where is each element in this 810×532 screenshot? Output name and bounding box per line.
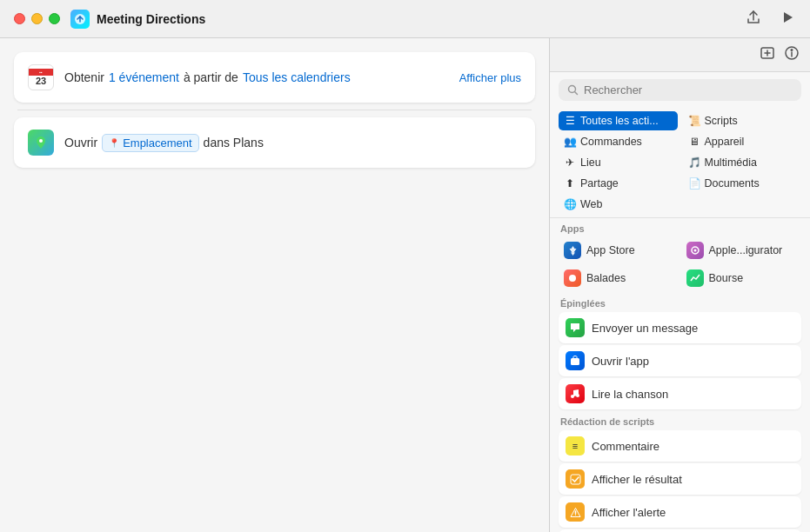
share-button[interactable]	[744, 8, 763, 30]
search-icon	[567, 84, 579, 96]
pinned-section-label: Épinglées	[559, 298, 801, 309]
open-app-icon	[566, 351, 585, 370]
balades-label: Balades	[586, 272, 626, 284]
action-card-1-text: Obtenir 1 événement à partir de Tous les…	[64, 70, 449, 84]
afficher-resultat-label: Afficher le résultat	[592, 473, 682, 486]
cat-lieu[interactable]: ✈ Lieu	[559, 153, 678, 172]
multimedia-icon: 🎵	[688, 156, 700, 169]
partage-icon: ⬆	[564, 177, 576, 190]
cat-multimedia[interactable]: 🎵 Multimédia	[683, 153, 802, 172]
script-item-afficher-resultat[interactable]: Afficher le résultat	[559, 463, 801, 495]
svg-point-5	[791, 50, 793, 51]
svg-point-14	[574, 514, 575, 515]
pinned-item-lire-chanson[interactable]: Lire la chanson	[559, 378, 801, 409]
cat-partage[interactable]: ⬆ Partage	[559, 174, 678, 193]
scripts-icon: 📜	[688, 115, 700, 127]
show-more-link[interactable]: Afficher plus	[459, 71, 521, 84]
alerte-icon	[566, 502, 585, 522]
configurator-icon	[686, 242, 704, 259]
divider	[17, 110, 532, 110]
commandes-icon: 👥	[564, 136, 576, 148]
lire-chanson-label: Lire la chanson	[592, 388, 668, 401]
script-item-commentaire[interactable]: ≡ Commentaire	[559, 430, 801, 462]
action-card-1[interactable]: ▪▪ 23 Obtenir 1 événement à partir de To…	[14, 52, 535, 103]
main-content: ▪▪ 23 Obtenir 1 événement à partir de To…	[0, 38, 810, 532]
app-icon	[70, 10, 90, 29]
title-bar: Meeting Directions	[0, 0, 810, 38]
window-title: Meeting Directions	[97, 12, 205, 26]
lieu-icon: ✈	[564, 156, 576, 169]
message-icon	[566, 318, 585, 337]
app-item-balades[interactable]: Balades	[559, 265, 679, 291]
apps-grid: App Store Apple...igurator	[559, 237, 801, 291]
svg-marker-1	[784, 12, 793, 23]
svg-point-9	[569, 275, 576, 282]
music-icon	[566, 384, 585, 403]
svg-point-12	[576, 394, 579, 397]
app-store-label: App Store	[586, 244, 635, 256]
right-panel-header	[550, 38, 810, 72]
app-title-area: Meeting Directions	[70, 10, 733, 29]
action-card-2[interactable]: Ouvrir 📍 Emplacement dans Plans	[14, 117, 535, 168]
location-chip: 📍 Emplacement	[102, 134, 198, 152]
afficher-alerte-label: Afficher l'alerte	[592, 506, 666, 519]
documents-icon: 📄	[688, 177, 700, 190]
left-panel: ▪▪ 23 Obtenir 1 événement à partir de To…	[0, 38, 549, 532]
search-input[interactable]	[584, 83, 793, 96]
section-scroll: Apps App Store	[550, 218, 810, 532]
action-card-2-text: Ouvrir 📍 Emplacement dans Plans	[64, 134, 521, 152]
location-chip-icon: 📍	[109, 138, 119, 148]
svg-point-2	[39, 139, 43, 143]
maps-icon	[28, 130, 54, 156]
apps-section: Apps App Store	[550, 218, 810, 293]
pinned-item-ouvrir-app[interactable]: Ouvrir l'app	[559, 345, 801, 376]
traffic-lights	[14, 13, 60, 24]
svg-point-8	[693, 249, 696, 252]
right-panel: ☰ Toutes les acti... 📜 Scripts 👥 Command…	[549, 38, 810, 532]
cat-appareil[interactable]: 🖥 Appareil	[683, 132, 802, 151]
search-bar	[550, 72, 810, 108]
script-section: Rédaction de scripts ≡ Commentaire	[550, 411, 810, 532]
svg-point-11	[571, 395, 574, 398]
app-item-configurator[interactable]: Apple...igurator	[681, 237, 802, 263]
apps-section-label: Apps	[559, 223, 801, 234]
cat-web[interactable]: 🌐 Web	[559, 195, 678, 214]
maximize-button[interactable]	[49, 13, 60, 24]
add-action-button[interactable]	[760, 45, 775, 64]
result-icon	[566, 469, 585, 489]
cat-toutes[interactable]: ☰ Toutes les acti...	[559, 111, 678, 130]
cat-scripts[interactable]: 📜 Scripts	[683, 111, 802, 130]
script-item-afficher-alerte[interactable]: Afficher l'alerte	[559, 496, 801, 528]
minimize-button[interactable]	[31, 13, 43, 24]
title-actions	[744, 8, 796, 30]
app-item-app-store[interactable]: App Store	[559, 237, 679, 263]
pinned-list: Envoyer un message Ouvrir l'app	[559, 312, 801, 409]
script-list: ≡ Commentaire Afficher le résultat	[559, 430, 801, 532]
pinned-section: Épinglées Envoyer un message	[550, 293, 810, 411]
script-section-label: Rédaction de scripts	[559, 416, 801, 427]
web-icon: 🌐	[564, 198, 576, 210]
ouvrir-app-label: Ouvrir l'app	[592, 355, 649, 368]
appareil-icon: 🖥	[688, 136, 700, 148]
app-item-bourse[interactable]: Bourse	[681, 265, 802, 291]
pinned-item-envoyer-message[interactable]: Envoyer un message	[559, 312, 801, 343]
bourse-icon	[686, 269, 704, 287]
envoyer-message-label: Envoyer un message	[592, 322, 698, 335]
info-button[interactable]	[784, 45, 800, 64]
category-nav: ☰ Toutes les acti... 📜 Scripts 👥 Command…	[550, 108, 810, 218]
cat-documents[interactable]: 📄 Documents	[683, 174, 802, 193]
list-icon: ☰	[564, 115, 576, 127]
comment-icon: ≡	[566, 436, 585, 456]
calendar-icon: ▪▪ 23	[28, 64, 54, 90]
close-button[interactable]	[14, 13, 25, 24]
balades-icon	[564, 269, 581, 287]
cat-commandes[interactable]: 👥 Commandes	[559, 132, 678, 151]
play-button[interactable]	[779, 9, 796, 30]
configurator-label: Apple...igurator	[709, 244, 783, 256]
app-store-icon	[564, 242, 581, 259]
bourse-label: Bourse	[709, 272, 744, 284]
commentaire-label: Commentaire	[592, 440, 659, 453]
search-wrapper[interactable]	[559, 79, 801, 101]
svg-rect-10	[571, 358, 579, 365]
